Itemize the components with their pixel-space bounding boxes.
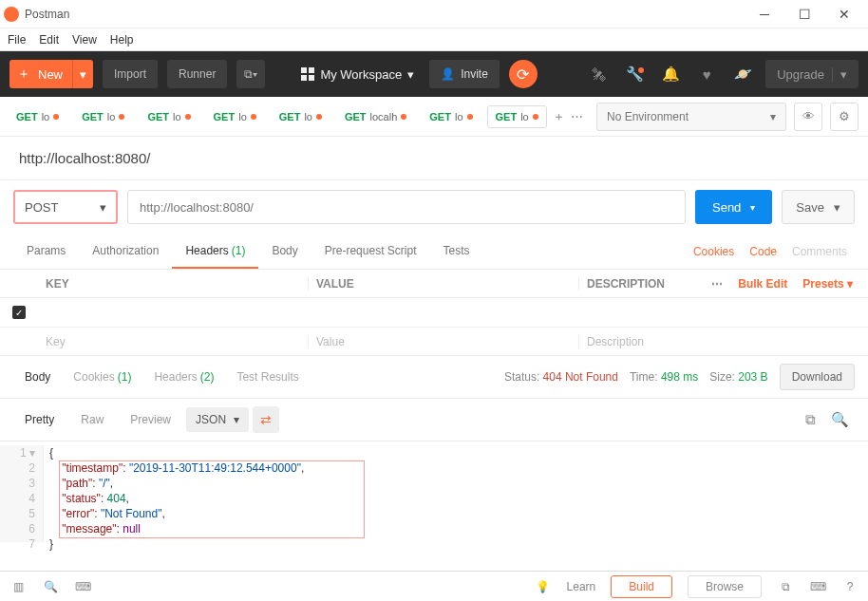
plus-icon: ＋ <box>9 66 38 83</box>
search-icon[interactable]: 🔍 <box>825 411 855 428</box>
bootcamp-icon[interactable]: 💡 <box>535 580 552 593</box>
request-tab[interactable]: GETlocalh <box>336 105 415 128</box>
environment-selector[interactable]: No Environment ▾ <box>596 103 786 131</box>
header-row[interactable]: ✓ <box>0 298 868 327</box>
col-description: DESCRIPTION <box>587 277 665 291</box>
bulk-edit-link[interactable]: Bulk Edit <box>730 277 795 291</box>
chevron-down-icon: ▾ <box>234 413 239 426</box>
keyboard-shortcuts-icon[interactable]: ⌨ <box>809 580 826 593</box>
copy-icon[interactable]: ⧉ <box>800 411 821 428</box>
save-label: Save <box>796 200 824 215</box>
request-tab[interactable]: GETlo <box>73 105 133 128</box>
notifications-wrench-icon[interactable]: 🔧 <box>621 66 648 83</box>
code-content: { "timestamp": "2019-11-30T11:49:12.544+… <box>44 445 868 542</box>
unsaved-dot-icon <box>53 114 59 120</box>
window-layout-button[interactable]: ⧉▾ <box>236 60 265 88</box>
tab-overflow-button[interactable]: ⋯ <box>571 106 583 127</box>
tab-prerequest[interactable]: Pre-request Script <box>311 234 430 269</box>
request-title: http://localhost:8080/ <box>0 137 868 180</box>
request-tab[interactable]: GETlo <box>271 105 330 128</box>
tab-headers[interactable]: Headers (1) <box>172 234 258 269</box>
time-value: 498 ms <box>661 370 698 384</box>
method-selector[interactable]: POST ▾ <box>13 190 118 224</box>
checkbox-checked-icon[interactable]: ✓ <box>12 306 26 319</box>
cookies-link[interactable]: Cookies <box>686 245 742 258</box>
request-tab[interactable]: GETlo <box>8 105 67 128</box>
code-link[interactable]: Code <box>742 245 784 258</box>
bell-icon[interactable]: 🔔 <box>657 66 684 83</box>
request-tab[interactable]: GETlo <box>139 105 198 128</box>
presets-link[interactable]: Presets ▾ <box>795 277 860 291</box>
request-tab[interactable]: GETlo <box>205 105 265 128</box>
tab-authorization[interactable]: Authorization <box>79 234 172 269</box>
url-input[interactable] <box>127 190 686 224</box>
wrap-toggle[interactable]: ⇄ <box>253 406 279 433</box>
unsaved-dot-icon <box>316 114 322 120</box>
tab-params[interactable]: Params <box>13 234 79 269</box>
explore-icon[interactable]: 🪐 <box>729 66 756 83</box>
new-button[interactable]: ＋ New ▾ <box>9 60 93 88</box>
response-tabs: Body Cookies(1) Headers(2) Test Results … <box>0 356 868 399</box>
close-button[interactable]: ✕ <box>824 0 864 28</box>
header-new-row[interactable]: Key Value Description <box>0 327 868 355</box>
tab-tests[interactable]: Tests <box>429 234 482 269</box>
raw-button[interactable]: Raw <box>69 407 115 432</box>
send-button[interactable]: Send ▾ <box>695 190 772 224</box>
add-tab-button[interactable]: ＋ <box>553 106 565 127</box>
col-value: VALUE <box>309 277 579 291</box>
more-icon[interactable]: ⋯ <box>704 277 730 291</box>
preview-button[interactable]: Preview <box>119 407 182 432</box>
find-icon[interactable]: 🔍 <box>42 580 59 593</box>
pretty-button[interactable]: Pretty <box>13 407 66 432</box>
learn-label[interactable]: Learn <box>567 580 596 593</box>
invite-button[interactable]: 👤 Invite <box>429 60 500 88</box>
header-key-input[interactable]: Key <box>38 335 309 348</box>
format-selector[interactable]: JSON ▾ <box>186 407 249 432</box>
maximize-button[interactable]: ☐ <box>784 0 824 28</box>
request-tab[interactable]: GETlo <box>487 105 547 128</box>
send-label: Send <box>712 200 741 215</box>
console-icon[interactable]: ⌨ <box>74 580 91 593</box>
upgrade-button[interactable]: Upgrade ▾ <box>765 60 859 88</box>
sidebar-toggle-icon[interactable]: ▥ <box>9 580 27 593</box>
menu-file[interactable]: File <box>8 33 26 47</box>
header-desc-input[interactable]: Description <box>579 335 868 348</box>
resp-tab-headers[interactable]: Headers(2) <box>142 370 225 384</box>
help-icon[interactable]: ? <box>841 580 859 593</box>
download-button[interactable]: Download <box>780 364 855 390</box>
status-bar: ▥ 🔍 ⌨ 💡 Learn Build Browse ⧉ ⌨ ? <box>0 571 868 601</box>
unsaved-dot-icon <box>119 114 124 120</box>
response-body-editor[interactable]: 1 ▾234567 { "timestamp": "2019-11-30T11:… <box>0 441 868 546</box>
menu-help[interactable]: Help <box>110 33 134 47</box>
satellite-icon[interactable]: 🛰 <box>585 66 612 83</box>
heart-icon[interactable]: ♥ <box>693 66 720 83</box>
menu-view[interactable]: View <box>72 33 97 47</box>
size-value: 203 B <box>738 370 767 384</box>
request-tab[interactable]: GETlo <box>421 105 481 128</box>
two-pane-icon[interactable]: ⧉ <box>777 580 794 593</box>
environment-preview-button[interactable]: 👁 <box>794 103 822 131</box>
menu-edit[interactable]: Edit <box>39 33 59 47</box>
col-key: KEY <box>38 277 309 291</box>
resp-tab-body[interactable]: Body <box>13 370 62 384</box>
new-dropdown[interactable]: ▾ <box>72 60 93 88</box>
browse-button[interactable]: Browse <box>688 575 762 598</box>
request-line: POST ▾ Send ▾ Save ▾ <box>0 180 868 234</box>
environment-settings-button[interactable]: ⚙ <box>830 103 859 131</box>
save-button[interactable]: Save ▾ <box>782 190 855 224</box>
header-value-input[interactable]: Value <box>309 335 579 348</box>
tab-body[interactable]: Body <box>258 234 311 269</box>
resp-tab-cookies[interactable]: Cookies(1) <box>62 370 142 384</box>
build-button[interactable]: Build <box>611 575 672 598</box>
environment-label: No Environment <box>607 110 689 123</box>
comments-link[interactable]: Comments <box>784 245 855 258</box>
resp-tab-tests[interactable]: Test Results <box>225 370 310 384</box>
sync-icon: ⟳ <box>517 66 529 84</box>
sync-button[interactable]: ⟳ <box>509 60 538 88</box>
minimize-button[interactable]: ─ <box>745 0 784 28</box>
new-button-label: New <box>38 67 72 82</box>
unsaved-dot-icon <box>251 114 256 120</box>
import-button[interactable]: Import <box>103 60 158 88</box>
runner-button[interactable]: Runner <box>167 60 227 88</box>
workspace-selector[interactable]: My Workspace ▾ <box>295 67 420 82</box>
